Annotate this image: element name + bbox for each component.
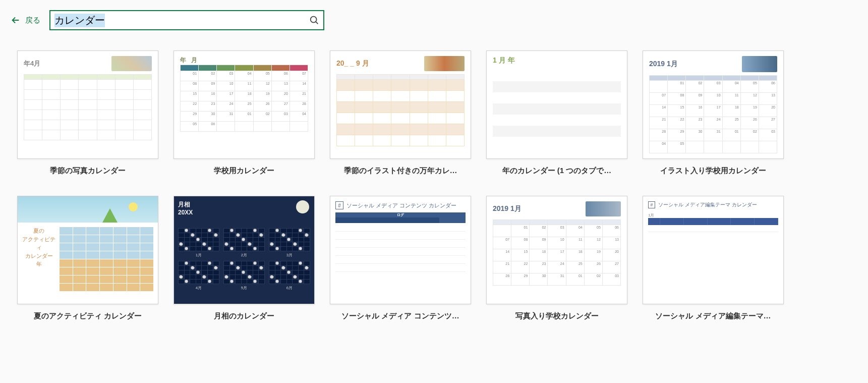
template-thumbnail: 1 月 年	[486, 50, 627, 159]
preview-heading: 2019 1月	[493, 204, 522, 213]
preview-side-text: 夏の アクティビティ カレンダー 年	[22, 227, 56, 292]
header: 戻る	[0, 0, 868, 35]
preview-heading: 1 月 年	[493, 56, 621, 65]
preview-heading: 年4月	[24, 59, 40, 68]
preview-heading: ソーシャル メディア コンテンツ カレンダー	[346, 202, 456, 209]
template-thumbnail: 2019 1月 01020304050607080910111213141516…	[643, 50, 784, 159]
template-title: 学校用カレンダー	[214, 166, 274, 176]
search-button[interactable]	[305, 11, 323, 29]
template-thumbnail: 20_ _ 9 月	[330, 50, 471, 159]
preview-heading: 2019 1月	[649, 60, 678, 69]
template-card[interactable]: 1 月 年 年のカレンダー (1 つのタブで…	[486, 50, 627, 176]
search-box	[49, 10, 324, 30]
arrow-left-icon	[10, 15, 21, 26]
search-input[interactable]	[50, 13, 305, 28]
template-title: イラスト入り学校用カレンダー	[660, 166, 766, 176]
template-card[interactable]: 月相20XX 1月2月3月4月5月6月 月相のカレンダー	[173, 196, 315, 321]
hash-icon: #	[648, 201, 655, 208]
preview-image-placeholder	[586, 201, 621, 216]
preview-heading: 20_ _ 9 月	[336, 59, 369, 68]
preview-calendar: 0102030405060708091011121314151617181920…	[649, 75, 777, 153]
template-thumbnail: 月相20XX 1月2月3月4月5月6月	[173, 196, 315, 304]
template-card[interactable]: 年 月 01020304050607 08091011121314 151617…	[173, 50, 315, 176]
template-title: 季節の写真カレンダー	[50, 166, 126, 176]
search-icon	[309, 15, 320, 26]
preview-month-grid: 1月2月3月4月5月6月	[178, 228, 310, 291]
preview-image-placeholder	[111, 56, 152, 71]
template-title: 写真入り学校カレンダー	[515, 311, 599, 321]
moon-icon	[296, 200, 309, 213]
template-card[interactable]: 夏の アクティビティ カレンダー 年 夏のアクティビティ カレンダー	[17, 196, 158, 321]
template-thumbnail: 年4月	[17, 50, 158, 159]
preview-heading: ソーシャル メディア編集テーマ カレンダー	[658, 201, 757, 208]
template-card[interactable]: # ソーシャル メディア コンテンツ カレンダー ログ ソーシャル メディア コ…	[330, 196, 471, 321]
svg-point-0	[311, 17, 317, 23]
template-title: ソーシャル メディア コンテンツ…	[341, 311, 459, 321]
preview-sky-illustration	[18, 196, 158, 223]
template-title: 年のカレンダー (1 つのタブで…	[502, 166, 612, 176]
template-title: 季節のイラスト付きの万年カレ…	[344, 166, 457, 176]
template-card[interactable]: 20_ _ 9 月 季節のイラスト付きの万年カレ…	[330, 50, 471, 176]
hash-icon: #	[335, 201, 343, 209]
template-card[interactable]: 年4月 季節の写真カレンダー	[17, 50, 158, 176]
template-thumbnail: # ソーシャル メディア コンテンツ カレンダー ログ	[330, 196, 471, 304]
template-grid: 年4月 季節の写真カレンダー 年 月 01020304050607 080910…	[0, 35, 868, 336]
template-title: 月相のカレンダー	[214, 311, 274, 321]
template-card[interactable]: # ソーシャル メディア編集テーマ カレンダー 1月 ソーシャル メディア編集テ…	[643, 196, 784, 321]
template-thumbnail: 夏の アクティビティ カレンダー 年	[17, 196, 158, 304]
template-card[interactable]: 2019 1月 01020304050607080910111213141516…	[643, 50, 784, 176]
template-title: 夏のアクティビティ カレンダー	[34, 311, 142, 321]
template-title: ソーシャル メディア編集テーマ…	[655, 311, 771, 321]
back-button[interactable]: 戻る	[10, 15, 40, 26]
preview-image-placeholder	[424, 56, 465, 71]
template-thumbnail: # ソーシャル メディア編集テーマ カレンダー 1月	[643, 196, 784, 304]
template-thumbnail: 年 月 01020304050607 08091011121314 151617…	[173, 50, 315, 159]
template-thumbnail: 2019 1月 01020304050607080910111213141516…	[486, 196, 627, 304]
preview-image-placeholder	[742, 56, 777, 72]
back-label: 戻る	[25, 16, 40, 25]
template-card[interactable]: 2019 1月 01020304050607080910111213141516…	[486, 196, 627, 321]
